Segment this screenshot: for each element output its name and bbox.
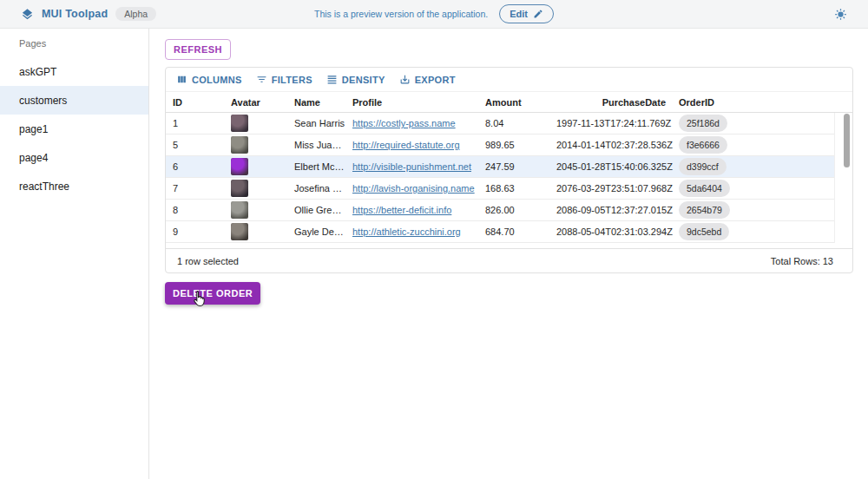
total-rows-label: Total Rows: 13 xyxy=(771,256,833,266)
sidebar-section-label: Pages xyxy=(0,29,148,57)
cell-profile: http://required-statute.org xyxy=(345,140,478,150)
export-download-icon xyxy=(399,74,411,85)
sidebar-nav-list: askGPTcustomerspage1page4reactThree xyxy=(0,57,148,200)
grid-rows-viewport: 1Sean Harrishttps://costly-pass.name8.04… xyxy=(166,113,835,243)
profile-link[interactable]: http://visible-punishment.net xyxy=(352,161,471,172)
brand: MUI Toolpad Alpha xyxy=(0,7,156,22)
order-id-chip: 5da6404 xyxy=(679,180,730,197)
cell-id: 7 xyxy=(166,183,224,194)
cell-orderid: 25f186d xyxy=(669,115,834,132)
column-header-orderid[interactable]: OrderID xyxy=(669,97,852,108)
cell-id: 9 xyxy=(166,226,224,237)
avatar xyxy=(231,115,248,132)
grid-header-row: ID Avatar Name Profile Amount PurchaseDa… xyxy=(166,91,852,113)
selection-status: 1 row selected xyxy=(177,256,239,266)
app-title: MUI Toolpad xyxy=(42,8,108,20)
vertical-scrollbar[interactable] xyxy=(844,114,850,167)
sidebar-item-page4[interactable]: page4 xyxy=(0,143,148,172)
cell-name: Miss Juan ... xyxy=(287,140,345,150)
cell-purchasedate: 2045-01-28T15:40:06.325Z xyxy=(556,161,669,172)
column-header-profile[interactable]: Profile xyxy=(345,97,478,108)
column-header-avatar[interactable]: Avatar xyxy=(224,97,287,108)
data-grid: COLUMNS FILTERS DENSITY EXPORT xyxy=(165,67,853,273)
cell-amount: 247.59 xyxy=(478,161,556,172)
column-header-purchasedate[interactable]: PurchaseDate xyxy=(556,97,669,108)
grid-toolbar: COLUMNS FILTERS DENSITY EXPORT xyxy=(166,68,852,91)
table-row[interactable]: 6Elbert McL...http://visible-punishment.… xyxy=(166,156,834,178)
layers-logo-icon xyxy=(21,8,34,21)
columns-button[interactable]: COLUMNS xyxy=(169,71,249,88)
cell-orderid: d399ccf xyxy=(669,158,834,175)
table-row[interactable]: 5Miss Juan ...http://required-statute.or… xyxy=(166,135,834,156)
sidebar-item-page1[interactable]: page1 xyxy=(0,115,148,143)
cell-purchasedate: 2014-01-14T02:37:28.536Z xyxy=(556,140,669,150)
cell-name: Josefina P... xyxy=(287,183,345,194)
cell-amount: 989.65 xyxy=(478,140,556,150)
table-row[interactable]: 9Gayle Den...http://athletic-zucchini.or… xyxy=(166,221,834,243)
cell-amount: 826.00 xyxy=(478,205,556,215)
column-header-name[interactable]: Name xyxy=(287,97,345,108)
cell-orderid: 9dc5ebd xyxy=(669,223,834,240)
cell-avatar xyxy=(224,201,287,219)
profile-link[interactable]: http://athletic-zucchini.org xyxy=(352,226,461,237)
cell-purchasedate: 2088-05-04T02:31:03.294Z xyxy=(556,226,669,237)
avatar xyxy=(231,158,248,175)
profile-link[interactable]: https://better-deficit.info xyxy=(352,205,451,215)
grid-footer: 1 row selected Total Rows: 13 xyxy=(166,248,852,272)
avatar xyxy=(231,201,248,219)
cell-purchasedate: 2076-03-29T23:51:07.968Z xyxy=(556,183,669,194)
table-row[interactable]: 7Josefina P...http://lavish-organising.n… xyxy=(166,178,834,200)
main-content: REFRESH COLUMNS FILTERS DENSITY xyxy=(149,29,868,479)
cell-id: 6 xyxy=(166,161,224,172)
sun-icon xyxy=(834,8,847,21)
refresh-button[interactable]: REFRESH xyxy=(165,39,231,60)
cell-amount: 684.70 xyxy=(478,226,556,237)
cell-avatar xyxy=(224,158,287,175)
column-header-amount[interactable]: Amount xyxy=(478,97,556,108)
cell-purchasedate: 2086-09-05T12:37:27.015Z xyxy=(556,205,669,215)
filters-button[interactable]: FILTERS xyxy=(249,71,319,88)
cell-purchasedate: 1997-11-13T17:24:11.769Z xyxy=(556,118,669,128)
sidebar-item-customers[interactable]: customers xyxy=(0,86,148,115)
theme-toggle-button[interactable] xyxy=(834,8,847,21)
profile-link[interactable]: http://lavish-organising.name xyxy=(352,183,475,194)
cell-profile: http://athletic-zucchini.org xyxy=(345,226,478,237)
cell-orderid: 2654b79 xyxy=(669,201,834,219)
cell-id: 1 xyxy=(166,118,224,128)
sidebar-item-reactThree[interactable]: reactThree xyxy=(0,172,148,200)
app-window: MUI Toolpad Alpha This is a preview vers… xyxy=(0,0,868,479)
table-row[interactable]: 8Ollie Green...https://better-deficit.in… xyxy=(166,200,834,221)
profile-link[interactable]: https://costly-pass.name xyxy=(352,118,456,128)
order-id-chip: 2654b79 xyxy=(679,201,730,219)
order-id-chip: f3e6666 xyxy=(679,136,727,154)
avatar xyxy=(231,180,248,197)
cell-orderid: f3e6666 xyxy=(669,136,834,154)
order-id-chip: d399ccf xyxy=(679,158,727,175)
order-id-chip: 9dc5ebd xyxy=(679,223,729,240)
export-button[interactable]: EXPORT xyxy=(392,71,463,88)
density-button[interactable]: DENSITY xyxy=(319,71,392,88)
cell-profile: https://costly-pass.name xyxy=(345,118,478,128)
cell-id: 8 xyxy=(166,205,224,215)
cell-profile: http://lavish-organising.name xyxy=(345,183,478,194)
table-row[interactable]: 1Sean Harrishttps://costly-pass.name8.04… xyxy=(166,113,834,135)
filter-icon xyxy=(256,74,267,85)
pencil-icon xyxy=(533,9,543,19)
delete-order-button[interactable]: DELETE ORDER xyxy=(165,282,260,305)
alpha-badge: Alpha xyxy=(115,7,156,22)
cell-name: Gayle Den... xyxy=(287,226,345,237)
cell-name: Ollie Green... xyxy=(287,205,345,215)
cell-profile: https://better-deficit.info xyxy=(345,205,478,215)
cell-name: Elbert McL... xyxy=(287,161,345,172)
sidebar-item-askGPT[interactable]: askGPT xyxy=(0,57,148,86)
profile-link[interactable]: http://required-statute.org xyxy=(352,140,460,150)
column-header-id[interactable]: ID xyxy=(166,97,224,108)
cell-avatar xyxy=(224,180,287,197)
cell-avatar xyxy=(224,115,287,132)
cell-orderid: 5da6404 xyxy=(669,180,834,197)
cell-name: Sean Harris xyxy=(287,118,345,128)
cell-amount: 168.63 xyxy=(478,183,556,194)
cell-amount: 8.04 xyxy=(478,118,556,128)
preview-banner-text: This is a preview version of the applica… xyxy=(314,9,488,19)
edit-button[interactable]: Edit xyxy=(499,4,554,23)
